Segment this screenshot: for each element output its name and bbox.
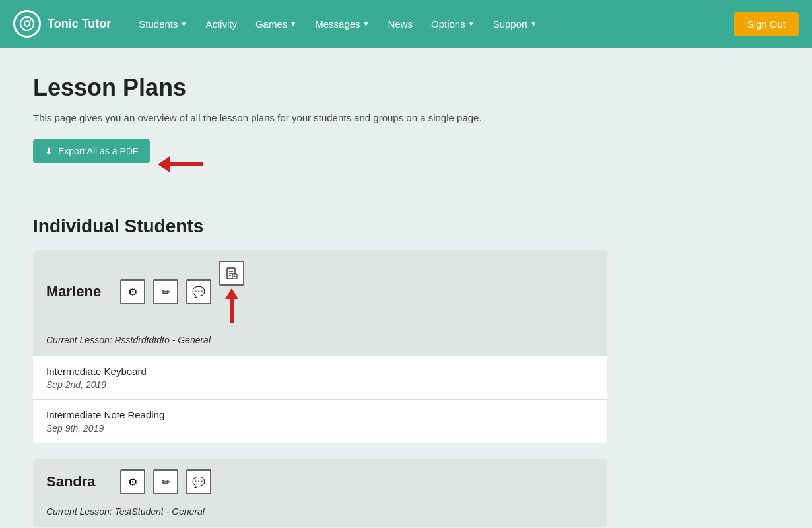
logo[interactable]: Tonic Tutor xyxy=(13,10,111,38)
chevron-down-icon: ▼ xyxy=(290,20,296,28)
arrow-annotation xyxy=(158,156,203,172)
up-arrow-head xyxy=(225,288,238,299)
student-header-marlene: Marlene ⚙ ✏ 💬 xyxy=(33,250,607,333)
list-item: Intermediate Keyboard Sep 2nd, 2019 xyxy=(33,356,607,399)
svg-point-1 xyxy=(24,21,30,26)
chevron-down-icon: ▼ xyxy=(468,20,475,28)
message-button-sandra[interactable]: 💬 xyxy=(186,469,211,494)
logo-icon xyxy=(13,10,41,38)
nav-support[interactable]: Support ▼ xyxy=(485,15,545,34)
current-lesson-sandra: Current Lesson: TestStudent - General xyxy=(33,505,607,527)
arrow-body xyxy=(170,162,203,166)
lesson-title: Intermediate Note Reading xyxy=(46,409,594,420)
nav-messages[interactable]: Messages ▼ xyxy=(307,15,377,34)
section-title: Individual Students xyxy=(33,216,601,237)
lesson-list-marlene: Intermediate Keyboard Sep 2nd, 2019 Inte… xyxy=(33,356,607,443)
student-card-sandra: Sandra ⚙ ✏ 💬 Current Lesson: TestStudent… xyxy=(33,459,607,527)
nav-games[interactable]: Games ▼ xyxy=(248,15,304,34)
edit-button-marlene[interactable]: ✏ xyxy=(153,279,178,304)
edit-button-sandra[interactable]: ✏ xyxy=(153,469,178,494)
chevron-down-icon: ▼ xyxy=(530,20,537,28)
svg-line-2 xyxy=(30,18,32,21)
nav-items: Students ▼ Activity Games ▼ Messages ▼ N… xyxy=(131,15,733,34)
current-lesson-marlene: Current Lesson: Rsstdrdtdtdto - General xyxy=(33,333,607,356)
lesson-date: Sep 9th, 2019 xyxy=(46,423,594,434)
up-arrow-body xyxy=(230,299,234,323)
list-item: Intermediate Note Reading Sep 9th, 2019 xyxy=(33,399,607,443)
chevron-down-icon: ▼ xyxy=(181,20,187,28)
nav-news[interactable]: News xyxy=(380,15,421,34)
export-area: ⬇ Export All as a PDF xyxy=(33,139,601,189)
download-icon: ⬇ xyxy=(45,146,53,156)
pdf-icon-area xyxy=(219,261,244,323)
settings-button-sandra[interactable]: ⚙ xyxy=(120,469,145,494)
lesson-title: Intermediate Keyboard xyxy=(46,366,594,377)
student-name-marlene: Marlene xyxy=(46,283,112,300)
page-description: This page gives you an overview of all t… xyxy=(33,112,601,123)
settings-button-marlene[interactable]: ⚙ xyxy=(120,279,145,304)
chevron-down-icon: ▼ xyxy=(363,20,370,28)
lesson-date: Sep 2nd, 2019 xyxy=(46,380,594,390)
page-title: Lesson Plans xyxy=(33,74,601,102)
up-arrow-annotation xyxy=(225,288,238,323)
pdf-button-marlene[interactable] xyxy=(219,261,244,286)
student-card-marlene: Marlene ⚙ ✏ 💬 xyxy=(33,250,607,443)
export-pdf-button[interactable]: ⬇ Export All as a PDF xyxy=(33,139,150,163)
nav-activity[interactable]: Activity xyxy=(197,15,245,34)
signout-button[interactable]: Sign Out xyxy=(734,12,799,36)
logo-text: Tonic Tutor xyxy=(48,17,111,31)
student-header-sandra: Sandra ⚙ ✏ 💬 xyxy=(33,459,607,505)
message-button-marlene[interactable]: 💬 xyxy=(186,279,211,304)
student-name-sandra: Sandra xyxy=(46,473,112,490)
nav-students[interactable]: Students ▼ xyxy=(131,15,195,34)
main-content: Lesson Plans This page gives you an over… xyxy=(0,48,634,528)
arrow-head xyxy=(158,156,170,172)
nav-options[interactable]: Options ▼ xyxy=(423,15,483,34)
navigation: Tonic Tutor Students ▼ Activity Games ▼ … xyxy=(0,0,812,48)
